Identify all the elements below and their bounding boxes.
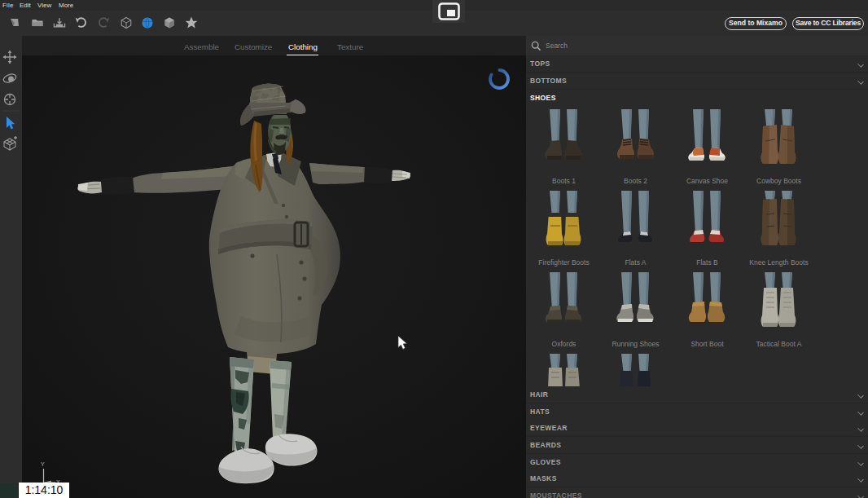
svg-text:Y: Y <box>41 461 45 467</box>
